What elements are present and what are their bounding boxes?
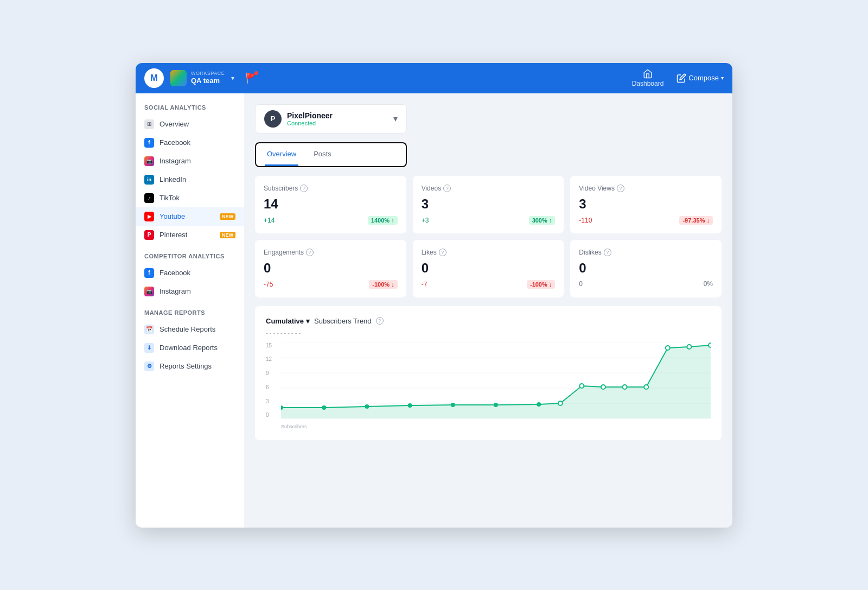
sidebar-item-reports-settings[interactable]: ⚙ Reports Settings: [136, 357, 244, 376]
engagements-change: -75: [264, 281, 273, 288]
sidebar-item-comp-instagram[interactable]: 📷 Instagram: [136, 282, 244, 301]
chart-dot: [579, 384, 584, 388]
sidebar-item-pinterest[interactable]: P Pinterest NEW: [136, 226, 244, 244]
videos-change: +3: [422, 217, 429, 224]
subscribers-value: 14: [264, 196, 398, 212]
account-selector-chevron: ▾: [393, 113, 398, 124]
sidebar-item-overview-label: Overview: [159, 120, 189, 128]
sidebar: Social Analytics ⊞ Overview f Facebook 📷…: [136, 93, 244, 528]
tiktok-icon: ♪: [144, 193, 154, 203]
videos-footer: +3 300% ↑: [422, 216, 556, 225]
chart-dropdown[interactable]: Cumulative ▾: [266, 317, 310, 325]
app-logo[interactable]: M: [144, 68, 164, 88]
sidebar-item-linkedin[interactable]: in LinkedIn: [136, 170, 244, 189]
account-info: PixelPioneer Connected: [287, 111, 388, 126]
flag-notification-dot: [254, 71, 258, 75]
dislikes-change: 0: [579, 280, 583, 288]
dashboard-nav-button[interactable]: Dashboard: [632, 69, 664, 87]
workspace-selector[interactable]: WORKSPACE QA team ▾: [170, 70, 234, 86]
video-views-footer: -110 -97.35% ↓: [579, 216, 713, 225]
stat-card-video-views: Video Views ? 3 -110 -97.35% ↓: [570, 176, 722, 233]
account-name: PixelPioneer: [287, 111, 388, 120]
chart-help-icon[interactable]: ?: [376, 317, 384, 325]
chart-dot: [558, 401, 563, 405]
dashboard-nav-label: Dashboard: [632, 80, 664, 87]
sidebar-item-comp-instagram-label: Instagram: [159, 287, 191, 295]
stat-card-likes: Likes ? 0 -7 -100% ↓: [413, 240, 564, 297]
video-views-help-icon[interactable]: ?: [617, 185, 624, 192]
chart-dot: [408, 403, 412, 408]
account-status: Connected: [287, 120, 388, 126]
account-selector[interactable]: P PixelPioneer Connected ▾: [255, 104, 407, 134]
chart-dot: [687, 345, 691, 349]
sidebar-item-schedule-label: Schedule Reports: [159, 325, 215, 333]
flag-button[interactable]: 🚩: [245, 72, 257, 84]
chart-dropdown-chevron: ▾: [306, 317, 310, 325]
main-content: P PixelPioneer Connected ▾ Overview Post…: [244, 93, 732, 528]
sidebar-item-pinterest-label: Pinterest: [159, 231, 187, 239]
youtube-icon: ▶: [144, 212, 154, 221]
linkedin-icon: in: [144, 175, 154, 185]
dislikes-footer: 0 0%: [579, 280, 713, 288]
chart-y-axis: 15 12 9 6 3 0: [266, 342, 276, 418]
chart-dot: [666, 346, 670, 350]
stat-title-videos: Videos ?: [422, 185, 556, 192]
sidebar-item-download[interactable]: ⬇ Download Reports: [136, 339, 244, 357]
video-views-value: 3: [579, 196, 713, 212]
chart-title: Subscribers Trend: [314, 317, 372, 325]
videos-help-icon[interactable]: ?: [443, 185, 451, 192]
videos-value: 3: [422, 196, 556, 212]
chart-dropdown-label: Cumulative: [266, 317, 304, 325]
likes-footer: -7 -100% ↓: [422, 280, 556, 289]
dislikes-help-icon[interactable]: ?: [604, 249, 611, 256]
comp-instagram-icon: 📷: [144, 287, 154, 296]
workspace-label: WORKSPACE: [191, 71, 225, 77]
stat-card-videos: Videos ? 3 +3 300% ↑: [413, 176, 564, 233]
subscribers-help-icon[interactable]: ?: [300, 185, 308, 192]
chart-dot: [709, 343, 711, 347]
engagements-help-icon[interactable]: ?: [306, 249, 314, 256]
chart-dot: [537, 402, 541, 407]
reports-settings-icon: ⚙: [144, 361, 154, 371]
sidebar-item-comp-facebook-label: Facebook: [159, 269, 190, 277]
workspace-chevron-icon: ▾: [231, 74, 234, 82]
chart-dot: [601, 385, 605, 389]
stat-title-subscribers: Subscribers ?: [264, 185, 398, 192]
schedule-icon: 📅: [144, 325, 154, 334]
account-avatar: P: [264, 110, 282, 128]
workspace-info: WORKSPACE QA team: [191, 71, 225, 85]
sidebar-item-comp-facebook[interactable]: f Facebook: [136, 264, 244, 282]
engagements-footer: -75 -100% ↓: [264, 280, 398, 289]
likes-value: 0: [422, 261, 556, 276]
chart-section: Cumulative ▾ Subscribers Trend ? - - - -…: [255, 306, 722, 440]
stat-title-engagements: Engagements ?: [264, 249, 398, 256]
sidebar-item-overview[interactable]: ⊞ Overview: [136, 115, 244, 134]
engagements-badge: -100% ↓: [369, 280, 397, 289]
videos-badge: 300% ↑: [529, 216, 556, 225]
sidebar-item-youtube[interactable]: ▶ Youtube NEW: [136, 207, 244, 226]
sidebar-item-instagram[interactable]: 📷 Instagram: [136, 152, 244, 170]
likes-help-icon[interactable]: ?: [439, 249, 446, 256]
chart-dot: [322, 405, 326, 410]
sidebar-item-schedule[interactable]: 📅 Schedule Reports: [136, 320, 244, 339]
tab-overview[interactable]: Overview: [265, 143, 298, 166]
chart-dot: [623, 385, 627, 389]
social-analytics-title: Social Analytics: [136, 104, 244, 115]
home-icon: [643, 69, 653, 79]
compose-icon: [676, 73, 686, 83]
sidebar-item-download-label: Download Reports: [159, 344, 218, 352]
dislikes-value: 0: [579, 261, 713, 276]
compose-nav-button[interactable]: Compose ▾: [676, 73, 724, 83]
chart-dot: [644, 385, 648, 389]
likes-change: -7: [422, 281, 427, 288]
subscribers-trend-chart: [281, 342, 711, 418]
workspace-name: QA team: [191, 77, 225, 85]
sidebar-item-facebook[interactable]: f Facebook: [136, 134, 244, 152]
pinterest-new-badge: NEW: [220, 232, 235, 238]
sidebar-item-tiktok[interactable]: ♪ TikTok: [136, 189, 244, 207]
stat-title-video-views: Video Views ?: [579, 185, 713, 192]
chart-area: 15 12 9 6 3 0: [266, 342, 711, 429]
tabs-bar: Overview Posts: [255, 142, 407, 167]
tab-posts[interactable]: Posts: [311, 143, 334, 166]
stat-title-likes: Likes ?: [422, 249, 556, 256]
